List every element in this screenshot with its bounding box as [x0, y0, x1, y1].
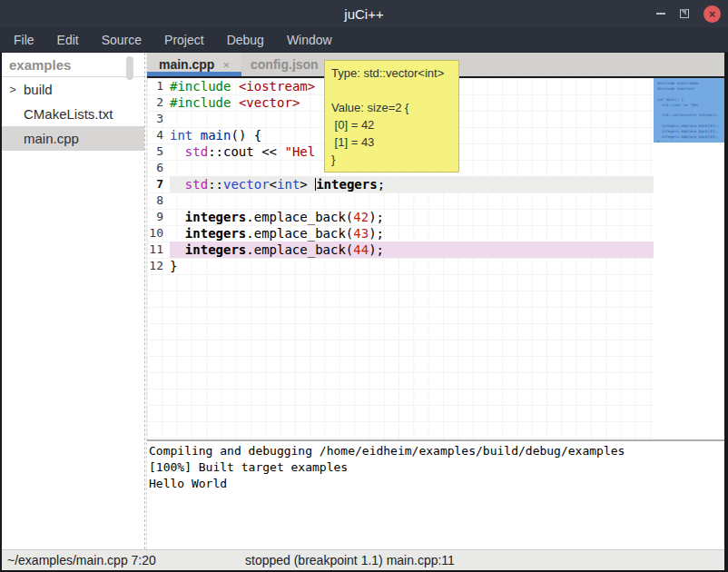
- sidebar-item-build[interactable]: >build: [2, 77, 144, 102]
- status-debug-state: stopped (breakpoint 1.1) main.cpp:11: [245, 553, 455, 567]
- code-text: integers.emplace_back(43);: [170, 225, 384, 242]
- line-number: 9: [147, 209, 170, 225]
- close-icon[interactable]: ×: [703, 5, 721, 23]
- minimap-line: integers.emplace_back(44);: [657, 134, 724, 140]
- code-line: 10 integers.emplace_back(43);: [147, 225, 654, 242]
- restore-icon[interactable]: [680, 9, 689, 18]
- debug-value-tooltip: Type: std::vector<int>Value: size=2 { [0…: [324, 60, 459, 173]
- line-number: 3: [147, 111, 170, 127]
- line-number: 5: [147, 143, 170, 160]
- tooltip-line: Type: std::vector<int>: [331, 64, 452, 82]
- code-line: 7 std::vector<int> integers;: [147, 176, 654, 192]
- line-number: 11: [147, 242, 170, 258]
- window-border-right: [724, 53, 728, 572]
- active-tab-underline: [147, 72, 241, 76]
- tooltip-line: [1] = 43: [331, 133, 452, 151]
- menu-item-source[interactable]: Source: [98, 31, 145, 49]
- code-text: integers.emplace_back(42);: [170, 209, 384, 225]
- menu-item-window[interactable]: Window: [283, 31, 336, 49]
- line-number: 1: [147, 78, 170, 94]
- statusbar: ~/examples/main.cpp 7:20 stopped (breakp…: [0, 549, 728, 570]
- file-tree: >buildCMakeLists.txtmain.cpp: [2, 77, 144, 151]
- menu-item-file[interactable]: File: [10, 31, 38, 49]
- minimap-viewport[interactable]: #include <iostream>#include <vector> int…: [654, 78, 724, 143]
- code-line: 8: [147, 192, 654, 209]
- sidebar-scrollbar[interactable]: [126, 56, 133, 80]
- line-number: 7: [147, 176, 170, 192]
- status-file-position: ~/examples/main.cpp 7:20: [7, 553, 156, 567]
- code-text: integers.emplace_back(44);: [170, 242, 384, 258]
- line-number: 6: [147, 160, 170, 176]
- tab-label: main.cpp: [159, 57, 214, 72]
- window-title: juCi++: [344, 6, 383, 22]
- file-tree-sidebar: examples >buildCMakeLists.txtmain.cpp: [2, 53, 144, 549]
- tab-config-json[interactable]: config.json: [243, 53, 319, 76]
- build-output-panel[interactable]: Compiling and debugging /home/eidheim/ex…: [147, 441, 724, 549]
- expander-icon[interactable]: >: [2, 83, 24, 96]
- tooltip-line: [0] = 42: [331, 116, 452, 133]
- file-name: CMakeLists.txt: [2, 106, 113, 122]
- code-line: 9 integers.emplace_back(42);: [147, 209, 654, 225]
- file-name: main.cpp: [2, 131, 79, 146]
- minimize-icon[interactable]: [656, 13, 665, 15]
- menubar: FileEditSourceProjectDebugWindow: [0, 27, 728, 53]
- line-number: 8: [147, 192, 170, 209]
- line-number: 10: [147, 225, 170, 242]
- code-text: std::cout << "Hel: [170, 143, 315, 160]
- output-line: [100%] Built target examples: [149, 459, 724, 476]
- file-name: build: [24, 82, 53, 97]
- window-controls: ×: [656, 0, 721, 27]
- line-number: 4: [147, 127, 170, 143]
- menu-item-debug[interactable]: Debug: [223, 31, 268, 49]
- code-text: }: [170, 258, 177, 274]
- minimap-line: std::vector<int> integers;: [657, 113, 724, 118]
- juci-window: juCi++ × FileEditSourceProjectDebugWindo…: [0, 0, 728, 572]
- minimap-column: #include <iostream>#include <vector> int…: [654, 78, 724, 439]
- code-line: 11 integers.emplace_back(44);: [147, 242, 654, 258]
- menu-item-project[interactable]: Project: [161, 31, 208, 49]
- sidebar-item-cmakelists-txt[interactable]: CMakeLists.txt: [2, 102, 144, 126]
- tooltip-line: }: [331, 151, 452, 168]
- titlebar[interactable]: juCi++ ×: [0, 0, 728, 27]
- code-line: 12}: [147, 258, 654, 274]
- tab-main-cpp[interactable]: main.cpp×: [147, 53, 241, 76]
- menu-item-edit[interactable]: Edit: [54, 31, 83, 49]
- code-text: #include <vector>: [170, 94, 300, 111]
- tooltip-line: [331, 82, 452, 99]
- tab-label: config.json: [251, 57, 319, 72]
- line-number: 2: [147, 94, 170, 111]
- minimap-line: }: [657, 140, 724, 143]
- sidebar-item-main-cpp[interactable]: main.cpp: [2, 126, 144, 151]
- output-line: Hello World: [149, 476, 724, 492]
- tab-close-icon[interactable]: ×: [222, 58, 230, 72]
- code-text: #include <iostream>: [170, 78, 315, 94]
- output-line: Compiling and debugging /home/eidheim/ex…: [149, 443, 724, 459]
- code-text: std::vector<int> integers;: [170, 176, 385, 192]
- project-name: examples: [2, 53, 144, 77]
- tooltip-line: Value: size=2 {: [331, 99, 452, 116]
- line-number: 12: [147, 258, 170, 274]
- code-text: int main() {: [170, 127, 261, 143]
- window-border-left: [0, 53, 2, 572]
